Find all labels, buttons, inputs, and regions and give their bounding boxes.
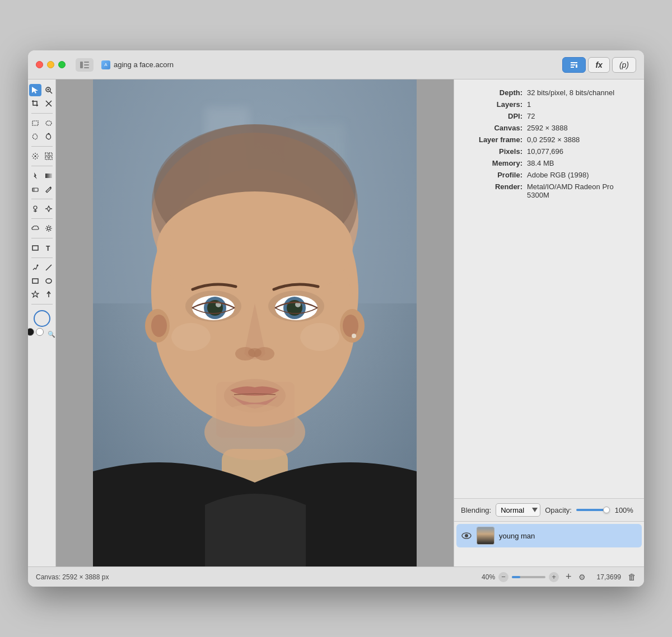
opacity-slider-container [576, 509, 610, 511]
zoom-out-button[interactable]: − [498, 572, 508, 582]
filename-display: A aging a face.acorn [101, 60, 174, 69]
transform-tool[interactable] [43, 97, 55, 110]
svg-rect-0 [80, 62, 83, 68]
scatter-select-tool[interactable] [43, 150, 55, 162]
info-row-canvas: Canvas: 2592 × 3888 [465, 124, 633, 132]
layers-label: Layers: [465, 100, 527, 109]
fx-label: fx [595, 60, 602, 69]
tool-row-8 [29, 203, 55, 215]
depth-value: 32 bits/pixel, 8 bits/channel [527, 88, 633, 97]
svg-point-68 [352, 334, 356, 338]
clone-stamp-tool[interactable] [29, 203, 41, 215]
background-color-swatch[interactable] [36, 328, 44, 336]
layer-visibility-toggle[interactable] [461, 530, 472, 541]
layers-panel: Blending: Normal Opacity: 100% [454, 498, 644, 566]
p-panel-button[interactable]: (p) [612, 57, 636, 73]
svg-rect-24 [45, 153, 48, 156]
svg-rect-26 [45, 157, 48, 160]
svg-point-63 [157, 191, 353, 303]
tools-panel-button[interactable] [562, 57, 586, 73]
opacity-slider[interactable] [576, 509, 610, 511]
svg-rect-43 [32, 246, 38, 250]
blending-select[interactable]: Normal [496, 503, 540, 517]
close-button[interactable] [36, 61, 43, 68]
zoom-control: 40% − + [482, 572, 559, 582]
layer-thumbnail [477, 527, 494, 545]
svg-point-48 [46, 279, 52, 283]
pen-tool[interactable] [29, 261, 41, 274]
svg-point-67 [343, 315, 358, 337]
svg-rect-30 [32, 188, 35, 191]
svg-text:T: T [46, 245, 50, 252]
filename-text: aging a face.acorn [114, 60, 174, 69]
rect-shape-tool[interactable] [29, 242, 41, 254]
svg-rect-12 [32, 121, 38, 125]
layerframe-label: Layer frame: [465, 135, 527, 144]
tool-row-9 [29, 222, 55, 235]
ellipse-select-tool[interactable] [43, 117, 55, 129]
blending-bar: Blending: Normal Opacity: 100% [454, 499, 644, 522]
memory-label: Memory: [465, 159, 527, 167]
pixels-value: 10,077,696 [527, 147, 633, 156]
zoom-tool[interactable] [43, 84, 55, 96]
tool-row-4 [29, 130, 55, 143]
lasso-tool[interactable] [29, 130, 41, 143]
rect-draw-tool[interactable] [29, 275, 41, 287]
left-toolbar: T [28, 79, 56, 566]
layer-name: young man [499, 532, 637, 540]
status-bar: Canvas: 2592 × 3888 px 40% − + + ⚙ 17,36… [28, 566, 644, 587]
svg-point-34 [47, 227, 50, 230]
pencil-tool[interactable] [43, 183, 55, 195]
text-tool[interactable]: T [43, 242, 55, 254]
foreground-color-swatch[interactable] [28, 328, 34, 336]
color-swatches: 🔍 [28, 328, 58, 340]
minimize-button[interactable] [47, 61, 54, 68]
fx-panel-button[interactable]: fx [588, 57, 609, 73]
layers-value: 1 [527, 100, 633, 109]
star-tool[interactable] [29, 288, 41, 301]
tool-row-11 [29, 261, 55, 274]
settings-button[interactable]: ⚙ [578, 573, 586, 582]
zoom-in-button[interactable]: + [549, 572, 559, 582]
fill-tool[interactable] [29, 170, 41, 182]
layers-list: young man [454, 522, 644, 566]
zoom-slider[interactable] [512, 576, 545, 578]
info-row-depth: Depth: 32 bits/pixel, 8 bits/channel [465, 88, 633, 97]
layerframe-value: 0,0 2592 × 3888 [527, 135, 633, 144]
svg-rect-3 [84, 67, 89, 68]
tool-row-3 [29, 117, 55, 129]
info-row-pixels: Pixels: 10,077,696 [465, 147, 633, 156]
pixels-label: Pixels: [465, 147, 527, 156]
tool-row-1 [29, 84, 55, 96]
traffic-lights [36, 61, 66, 68]
svg-line-20 [36, 158, 38, 159]
eraser-tool[interactable] [29, 183, 41, 195]
ellipse-draw-tool[interactable] [43, 275, 55, 287]
tool-row-13 [29, 288, 55, 301]
svg-line-46 [46, 265, 52, 270]
svg-point-13 [46, 121, 52, 125]
opacity-label: Opacity: [545, 506, 572, 514]
cloud-shape-tool[interactable] [29, 222, 41, 235]
magic-lasso-tool[interactable] [43, 130, 55, 143]
line-tool[interactable] [43, 261, 55, 274]
add-layer-button[interactable]: + [566, 571, 572, 583]
healing-tool[interactable] [43, 203, 55, 215]
brush-size-indicator[interactable] [34, 310, 50, 327]
titlebar: A aging a face.acorn fx (p) [28, 50, 644, 79]
svg-rect-1 [84, 62, 89, 63]
sidebar-toggle-button[interactable] [76, 58, 94, 72]
tool-row-7 [29, 183, 55, 195]
gradient-tool[interactable] [43, 170, 55, 182]
sun-tool[interactable] [43, 222, 55, 235]
maximize-button[interactable] [58, 61, 66, 68]
opacity-slider-thumb[interactable] [603, 507, 610, 513]
magic-wand-tool[interactable] [29, 150, 41, 162]
arrow-tool[interactable] [43, 288, 55, 301]
delete-layer-button[interactable]: 🗑 [628, 572, 636, 582]
select-tool[interactable] [29, 84, 41, 96]
crop-tool[interactable] [29, 97, 41, 110]
canvas-area[interactable] [56, 79, 454, 566]
rect-select-tool[interactable] [29, 117, 41, 129]
layer-item[interactable]: young man [456, 524, 642, 547]
